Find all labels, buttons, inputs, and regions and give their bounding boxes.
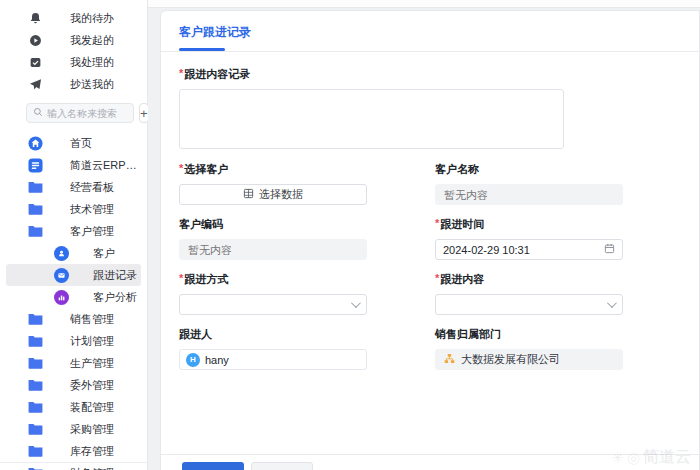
folder-icon [28,202,43,217]
follow-method-field: * 跟进方式 [179,272,367,315]
follow-time-field: * 跟进时间 [435,217,623,260]
sidebar-item-my-processed[interactable]: 我处理的 [0,51,147,73]
sidebar-item-finance-mgmt[interactable]: 财务管理 [0,462,147,470]
folder-icon [28,356,43,371]
follow-record-icon [54,268,69,283]
sidebar-item-label: 客户管理 [70,224,114,239]
customer-code-field: 客户编码 [179,217,367,260]
follow-time-input[interactable] [435,239,623,260]
sidebar-item-erp-app[interactable]: 简道云ERP（精细版-离散MTO）「... [0,154,147,176]
sidebar-item-plan-mgmt[interactable]: 计划管理 [0,330,147,352]
sidebar-bottom-divider [0,462,147,463]
select-data-button[interactable]: 选择数据 [179,184,367,205]
follow-note-label: * 跟进内容记录 [179,67,681,82]
sidebar-item-assembly-mgmt[interactable]: 装配管理 [0,396,147,418]
folder-icon [28,378,43,393]
search-icon [33,107,43,119]
sidebar-item-customer-mgmt[interactable]: 客户管理 [0,220,147,242]
required-mark: * [435,217,439,232]
secondary-button[interactable] [251,462,313,470]
sidebar-item-outsourcing-mgmt[interactable]: 委外管理 [0,374,147,396]
sidebar-item-label: 库存管理 [70,444,114,459]
sales-department-value: 大数据发展有限公司 [461,352,560,367]
follow-content-select[interactable] [435,294,623,315]
form-panel: 客户跟进记录 * 跟进内容记录 * 选择客户 [160,10,700,470]
avatar: H [186,353,200,367]
bell-icon [28,11,43,26]
tab-customer-follow-record[interactable]: 客户跟进记录 [179,24,251,48]
active-tab-indicator [179,48,225,51]
chart-icon [54,290,69,305]
required-mark: * [179,162,183,177]
search-input[interactable] [47,108,127,119]
customer-code-input [179,239,367,260]
follow-content-label: * 跟进内容 [435,272,623,287]
sales-department-value-box: 大数据发展有限公司 [435,349,623,370]
sidebar-item-customer[interactable]: 客户 [0,242,147,264]
customer-name-field: 客户名称 [435,162,623,205]
sidebar-item-label: 装配管理 [70,400,114,415]
folder-icon [28,466,43,470]
sidebar-item-cc-to-me[interactable]: 抄送我的 [0,73,147,95]
paper-plane-icon [28,77,43,92]
follow-method-label: * 跟进方式 [179,272,367,287]
sidebar-item-home[interactable]: 首页 [0,132,147,154]
sidebar-item-production-mgmt[interactable]: 生产管理 [0,352,147,374]
sidebar-item-label: 抄送我的 [70,77,114,92]
chevron-down-icon [607,298,617,308]
sidebar-item-my-todo[interactable]: 我的待办 [0,7,147,29]
database-icon [243,188,254,201]
top-strip [148,0,700,8]
sidebar-item-label: 销售管理 [70,312,114,327]
sidebar-item-label: 首页 [70,136,92,151]
check-square-icon [28,55,43,70]
sidebar-item-label: 委外管理 [70,378,114,393]
sidebar-item-label: 我处理的 [70,55,114,70]
sales-department-field: 销售归属部门 大数据发展有限公司 [435,327,623,370]
search-box[interactable] [26,103,134,123]
select-customer-label: * 选择客户 [179,162,367,177]
sidebar-item-sales-mgmt[interactable]: 销售管理 [0,308,147,330]
sidebar-search-row: + [0,103,147,123]
folder-icon [28,180,43,195]
follow-method-select[interactable] [179,294,367,315]
required-mark: * [435,272,439,287]
sidebar-item-label: 采购管理 [70,422,114,437]
org-chart-icon [444,353,455,366]
chevron-down-icon [351,298,361,308]
sidebar-item-purchasing-mgmt[interactable]: 采购管理 [0,418,147,440]
sidebar-item-label: 我发起的 [70,33,114,48]
sidebar-item-label: 简道云ERP（精细版-离散MTO）「... [70,158,147,173]
follow-note-textarea[interactable] [179,89,564,149]
follow-person-input[interactable]: H hany [179,349,367,370]
form-tabs: 客户跟进记录 [161,11,699,52]
submit-button[interactable] [182,462,244,470]
sidebar-item-my-initiated[interactable]: 我发起的 [0,29,147,51]
form-footer [161,454,699,470]
follow-content-field: * 跟进内容 [435,272,623,315]
sidebar-item-label: 客户分析 [93,290,137,305]
follow-person-field: 跟进人 H hany [179,327,367,370]
play-circle-icon [28,33,43,48]
calendar-icon [604,243,615,256]
home-icon [28,136,43,151]
customer-name-label: 客户名称 [435,162,623,177]
sidebar: 我的待办 我发起的 我处理的 抄送我的 + 首页 [0,0,148,470]
sidebar-item-tech-mgmt[interactable]: 技术管理 [0,198,147,220]
folder-icon [28,224,43,239]
follow-time-value[interactable] [443,244,563,256]
sidebar-item-label: 技术管理 [70,202,114,217]
sidebar-item-dashboard[interactable]: 经营看板 [0,176,147,198]
folder-icon [28,400,43,415]
sidebar-item-follow-records[interactable]: 跟进记录 [6,264,141,286]
follow-time-label: * 跟进时间 [435,217,623,232]
follow-record-form: * 跟进内容记录 * 选择客户 选择数据 [161,52,699,370]
customer-icon [54,246,69,261]
customer-name-input [435,184,623,205]
follow-person-name: hany [205,354,229,366]
select-customer-field: * 选择客户 选择数据 [179,162,367,205]
sidebar-item-label: 跟进记录 [93,268,137,283]
sidebar-item-customer-analysis[interactable]: 客户分析 [0,286,147,308]
sidebar-item-inventory-mgmt[interactable]: 库存管理 [0,440,147,462]
sidebar-item-label: 计划管理 [70,334,114,349]
